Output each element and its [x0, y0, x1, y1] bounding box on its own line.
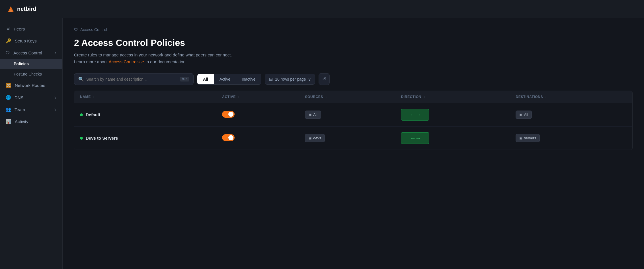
sidebar-item-label: Activity [15, 119, 28, 124]
sidebar-item-label: Setup Keys [15, 38, 37, 43]
direction-badge: ←→ [401, 132, 429, 144]
sidebar-item-setup-keys[interactable]: 🔑 Setup Keys [0, 35, 62, 47]
chevron-up-icon: ∧ [54, 51, 57, 55]
destinations-label: servers [524, 136, 536, 140]
filter-tabs: All Active Inactive [197, 74, 261, 85]
chevron-down-icon: ∨ [54, 95, 57, 99]
row-sources-cell: ▣ All [299, 103, 395, 127]
sidebar-subitem-label: Policies [14, 62, 29, 66]
sources-label: All [313, 113, 317, 117]
row-destinations-cell: ▣ servers [510, 127, 632, 150]
sidebar-item-activity[interactable]: 📊 Activity [0, 115, 62, 128]
status-dot-active [80, 113, 83, 116]
search-icon: 🔍 [78, 76, 84, 82]
chevron-down-icon: ∨ [308, 77, 311, 81]
sort-icon-name: ↕ [93, 95, 95, 99]
sidebar-item-label: Access Control [13, 50, 42, 55]
sidebar-item-peers[interactable]: 🖥 Peers [0, 23, 62, 35]
breadcrumb-text: Access Control [80, 27, 107, 32]
tab-active[interactable]: Active [214, 74, 236, 84]
search-input[interactable] [86, 77, 178, 81]
main-layout: 🖥 Peers 🔑 Setup Keys 🛡 Access Control ∧ … [0, 18, 644, 269]
row-direction-cell: ←→ [395, 127, 510, 150]
sidebar: 🖥 Peers 🔑 Setup Keys 🛡 Access Control ∧ … [0, 18, 63, 269]
rows-per-page-label: 10 rows per page [275, 77, 306, 81]
netbird-logo-icon [7, 5, 15, 13]
destinations-chip[interactable]: ▣ servers [516, 134, 540, 142]
group-icon: ▣ [519, 136, 522, 140]
sidebar-item-label: Network Routes [15, 83, 45, 88]
sort-icon-active: ↕ [238, 95, 240, 99]
rows-per-page-selector[interactable]: ▤ 10 rows per page ∨ [265, 74, 315, 85]
col-destinations[interactable]: DESTINATIONS ↕ [510, 91, 632, 103]
sources-label: devs [313, 136, 321, 140]
bidirectional-arrow-icon: ←→ [410, 135, 420, 141]
policy-name: Devs to Servers [86, 136, 118, 140]
col-direction[interactable]: DIRECTION ↕ [395, 91, 510, 103]
dns-icon: 🌐 [6, 95, 11, 100]
logo-text: netbird [17, 6, 36, 12]
status-dot-active [80, 137, 83, 140]
search-box[interactable]: 🔍 ⌘ K [74, 73, 194, 85]
network-routes-icon: 🔀 [6, 83, 11, 88]
direction-badge: ←→ [401, 109, 429, 121]
activity-icon: 📊 [6, 119, 11, 124]
sidebar-item-access-control[interactable]: 🛡 Access Control ∧ [0, 47, 62, 59]
row-sources-cell: ▣ devs [299, 127, 395, 150]
sort-icon-direction: ↕ [424, 95, 425, 99]
setup-keys-icon: 🔑 [6, 38, 11, 44]
destinations-label: All [524, 113, 528, 117]
row-destinations-cell: ▣ All [510, 103, 632, 127]
tab-inactive[interactable]: Inactive [236, 74, 261, 84]
group-icon: ▣ [519, 113, 522, 117]
refresh-icon: ↺ [322, 76, 326, 82]
policy-name: Default [86, 112, 100, 117]
sidebar-item-dns[interactable]: 🌐 DNS ∨ [0, 91, 62, 103]
sort-icon-destinations: ↕ [545, 95, 547, 99]
page-description: Create rules to manage access in your ne… [74, 52, 633, 65]
keyboard-shortcut-badge: ⌘ K [180, 77, 189, 81]
group-icon: ▣ [309, 113, 311, 117]
sort-icon-sources: ↕ [325, 95, 327, 99]
col-sources[interactable]: SOURCES ↕ [299, 91, 395, 103]
policies-table: NAME ↕ ACTIVE ↕ SOURCES ↕ DIRECTION [74, 91, 633, 150]
col-active[interactable]: ACTIVE ↕ [216, 91, 299, 103]
page-title: 2 Access Control Policies [74, 38, 633, 48]
breadcrumb: 🛡 Access Control [74, 27, 633, 32]
sidebar-item-team[interactable]: 👥 Team ∨ [0, 103, 62, 115]
tab-all[interactable]: All [197, 74, 214, 84]
table-header-row: NAME ↕ ACTIVE ↕ SOURCES ↕ DIRECTION [74, 91, 632, 103]
sidebar-subitem-policies[interactable]: Policies [0, 59, 62, 69]
bidirectional-arrow-icon: ←→ [410, 111, 420, 118]
active-toggle[interactable] [222, 134, 235, 141]
group-icon: ▣ [309, 136, 311, 140]
refresh-button[interactable]: ↺ [319, 73, 330, 85]
chevron-down-icon: ∨ [54, 107, 57, 111]
row-name-cell: Default [74, 103, 216, 127]
row-active-cell [216, 127, 299, 150]
active-toggle[interactable] [222, 111, 235, 118]
sources-chip[interactable]: ▣ devs [305, 134, 325, 142]
row-direction-cell: ←→ [395, 103, 510, 127]
sidebar-item-network-routes[interactable]: 🔀 Network Routes [0, 79, 62, 91]
destinations-chip[interactable]: ▣ All [516, 111, 532, 119]
sidebar-subitem-posture-checks[interactable]: Posture Checks [0, 69, 62, 79]
toggle-slider [222, 111, 235, 118]
filter-bar: 🔍 ⌘ K All Active Inactive ▤ 10 rows per … [74, 73, 633, 85]
breadcrumb-icon: 🛡 [74, 27, 78, 32]
topnav: netbird [0, 0, 644, 18]
team-icon: 👥 [6, 107, 11, 112]
sidebar-item-label: Team [15, 107, 25, 112]
row-name-cell: Devs to Servers [74, 127, 216, 150]
main-content: 🛡 Access Control 2 Access Control Polici… [63, 18, 644, 269]
table-row[interactable]: Devs to Servers ▣ devs [74, 127, 632, 150]
access-controls-link[interactable]: Access Controls ↗ [109, 59, 145, 64]
col-name[interactable]: NAME ↕ [74, 91, 216, 103]
table-row[interactable]: Default ▣ All [74, 103, 632, 127]
row-active-cell [216, 103, 299, 127]
logo[interactable]: netbird [7, 5, 36, 13]
access-control-icon: 🛡 [6, 50, 10, 55]
sidebar-subitem-label: Posture Checks [14, 72, 42, 76]
rows-icon: ▤ [269, 77, 273, 81]
sources-chip[interactable]: ▣ All [305, 111, 321, 119]
